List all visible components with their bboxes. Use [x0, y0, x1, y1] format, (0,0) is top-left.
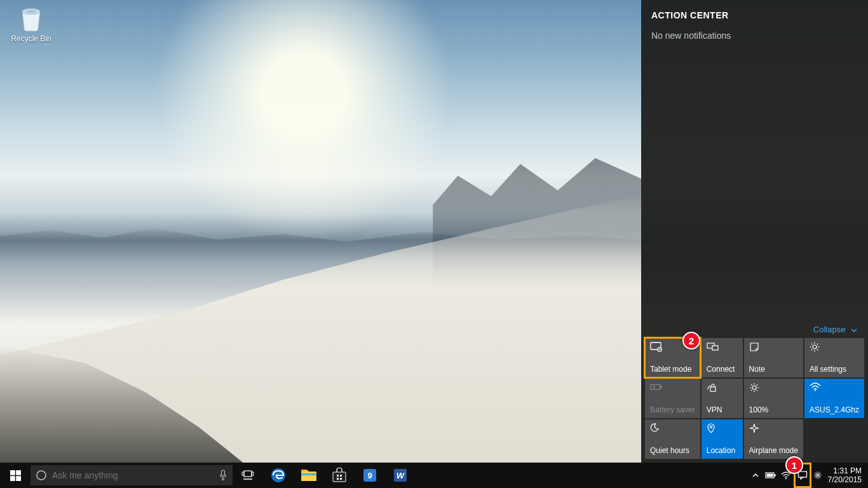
chevron-up-icon	[752, 471, 759, 479]
svg-rect-47	[337, 478, 339, 480]
svg-rect-17	[710, 387, 715, 391]
moon-icon	[650, 423, 695, 435]
airplane-icon	[749, 423, 798, 435]
tile-connect[interactable]: Connect	[702, 338, 743, 377]
note-icon	[749, 342, 798, 353]
svg-line-12	[817, 349, 818, 351]
task-view-button[interactable]	[233, 463, 263, 488]
quick-action-tiles: Tablet mode Connect Note All settings Ba	[641, 338, 868, 463]
battery-icon	[765, 471, 776, 479]
taskbar-app-edge[interactable]	[263, 463, 294, 488]
location-icon	[707, 423, 738, 435]
settings-icon	[810, 342, 859, 353]
tile-label: Connect	[707, 365, 738, 374]
tray-close-hint[interactable]	[811, 463, 824, 488]
tile-label: VPN	[707, 405, 738, 414]
annotation-badge-2: 2	[682, 332, 700, 349]
svg-rect-48	[340, 478, 342, 480]
taskbar-app-store[interactable]	[324, 463, 355, 488]
tile-battery-saver[interactable]: Battery saver	[645, 379, 700, 418]
tray-overflow-button[interactable]	[748, 463, 763, 488]
svg-rect-16	[661, 386, 662, 388]
tile-quiet-hours[interactable]: Quiet hours	[645, 419, 700, 459]
tile-location[interactable]: Location	[702, 419, 743, 459]
word-icon: W	[393, 468, 408, 483]
svg-line-13	[811, 349, 813, 351]
svg-rect-31	[10, 476, 15, 481]
svg-point-56	[785, 478, 787, 479]
battery-icon	[650, 383, 695, 394]
tile-brightness[interactable]: 100%	[744, 379, 803, 418]
collapse-button[interactable]: Collapse	[641, 321, 868, 338]
svg-line-11	[811, 344, 813, 345]
search-box[interactable]	[31, 465, 233, 485]
desktop-icon-recycle-bin[interactable]: Recycle Bin	[8, 4, 55, 43]
clock-date: 7/20/2015	[828, 475, 862, 484]
tray-battery[interactable]	[763, 463, 778, 488]
tile-label: Location	[707, 446, 738, 455]
tile-note[interactable]: Note	[744, 338, 803, 377]
svg-rect-42	[301, 471, 316, 481]
svg-line-26	[756, 384, 757, 385]
tile-all-settings[interactable]: All settings	[804, 338, 864, 377]
desktop-icon-label: Recycle Bin	[8, 34, 55, 43]
tile-wifi[interactable]: ASUS_2.4Ghz	[804, 379, 864, 418]
microphone-icon[interactable]	[214, 470, 233, 481]
svg-rect-43	[301, 473, 316, 475]
action-center-status: No new notifications	[641, 25, 868, 46]
tile-label: ASUS_2.4Ghz	[810, 405, 859, 414]
tile-label: Note	[749, 365, 798, 374]
brightness-icon	[749, 383, 798, 394]
svg-point-33	[37, 471, 46, 480]
action-center-title: ACTION CENTER	[641, 0, 868, 25]
svg-rect-5	[712, 346, 718, 350]
collapse-label: Collapse	[813, 325, 846, 334]
annotation-badge-1: 1	[785, 456, 803, 474]
svg-text:9: 9	[367, 471, 372, 480]
svg-point-28	[710, 426, 712, 428]
task-view-icon	[241, 470, 254, 480]
wifi-icon	[810, 383, 859, 394]
svg-rect-38	[242, 472, 244, 475]
svg-point-1	[25, 10, 37, 13]
vpn-icon	[707, 383, 738, 394]
clock-time: 1:31 PM	[828, 466, 862, 475]
svg-rect-46	[340, 475, 342, 477]
svg-line-25	[751, 390, 752, 391]
tile-label: Tablet mode	[650, 365, 695, 374]
recycle-bin-icon	[17, 4, 46, 33]
svg-rect-44	[333, 472, 346, 482]
tile-label: Quiet hours	[650, 446, 695, 455]
svg-rect-55	[766, 474, 773, 477]
tile-label: Battery saver	[650, 405, 695, 414]
tile-label: Airplane mode	[749, 446, 798, 455]
taskbar-app-file-explorer[interactable]	[294, 463, 324, 488]
cortana-icon	[31, 470, 52, 481]
start-button[interactable]	[0, 463, 31, 488]
store-icon	[332, 468, 347, 483]
svg-rect-30	[16, 470, 21, 475]
svg-rect-32	[16, 476, 21, 481]
tile-label: All settings	[810, 365, 859, 374]
taskbar-app-generic-blue[interactable]: 9	[355, 463, 385, 488]
svg-rect-45	[337, 475, 339, 477]
svg-rect-37	[244, 471, 252, 477]
svg-line-14	[817, 344, 818, 345]
folder-icon	[301, 468, 317, 482]
svg-point-27	[815, 390, 816, 391]
svg-rect-34	[222, 470, 225, 476]
taskbar-clock[interactable]: 1:31 PM 7/20/2015	[824, 466, 868, 484]
svg-rect-29	[10, 470, 15, 475]
svg-text:W: W	[397, 471, 405, 480]
connect-icon	[707, 342, 738, 353]
tile-label: 100%	[749, 405, 798, 414]
windows-logo-icon	[10, 470, 21, 481]
edge-icon	[270, 467, 287, 484]
svg-line-24	[756, 390, 757, 391]
taskbar-app-word[interactable]: W	[385, 463, 416, 488]
tile-airplane-mode[interactable]: Airplane mode	[744, 419, 803, 459]
svg-point-6	[813, 345, 817, 349]
search-input[interactable]	[52, 465, 214, 485]
tile-vpn[interactable]: VPN	[702, 379, 743, 418]
taskbar: 9 W 1:31 PM 7/20/2015	[0, 463, 868, 488]
